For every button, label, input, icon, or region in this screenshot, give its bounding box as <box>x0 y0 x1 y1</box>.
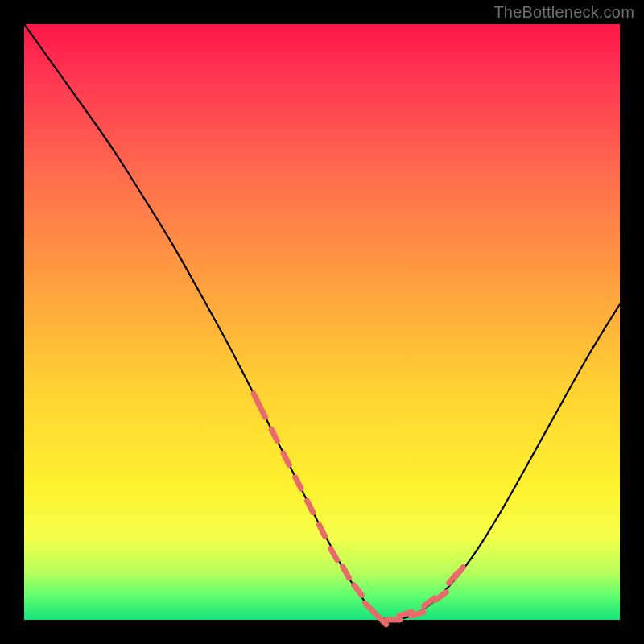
marker-dash <box>271 429 277 440</box>
chart-stage: TheBottleneck.com <box>0 0 644 644</box>
marker-dash <box>354 585 362 596</box>
marker-dash <box>259 406 265 417</box>
marker-dash <box>365 604 374 613</box>
marker-dash <box>331 549 337 560</box>
marker-dash <box>436 592 447 601</box>
highlight-markers <box>254 394 463 625</box>
marker-dash <box>283 453 289 464</box>
marker-dash <box>411 612 423 616</box>
marker-dash <box>424 598 435 606</box>
marker-dash <box>343 567 349 578</box>
curve-layer <box>24 24 620 620</box>
marker-dash <box>319 525 324 536</box>
plot-area <box>24 24 620 620</box>
marker-dash <box>308 501 313 512</box>
marker-dash <box>455 568 463 577</box>
marker-dash <box>295 477 301 489</box>
watermark-text: TheBottleneck.com <box>493 3 634 22</box>
